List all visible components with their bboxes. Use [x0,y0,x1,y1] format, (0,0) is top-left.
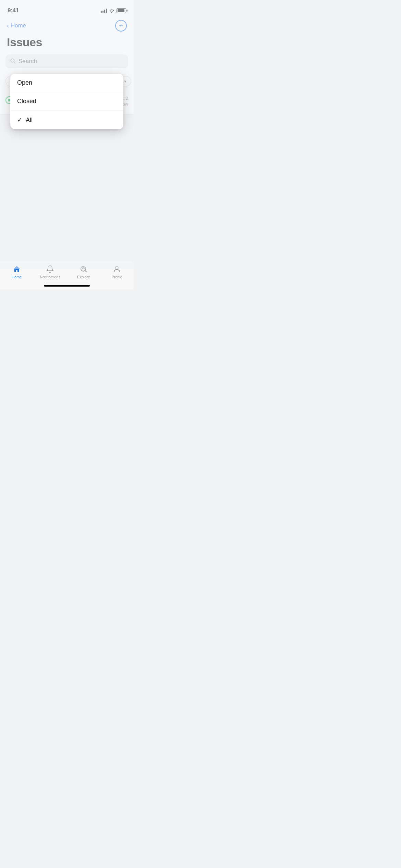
checkmark-icon: ✓ [17,116,22,124]
dropdown-item-open[interactable]: Open [10,74,123,92]
dropdown-menu: Open Closed ✓ All [10,74,123,129]
explore-tab-label: Explore [77,275,90,279]
dropdown-item-closed[interactable]: Closed [10,92,123,111]
notifications-tab-label: Notifications [40,275,60,279]
dropdown-item-all[interactable]: ✓ All [10,111,123,129]
all-option-label: All [26,117,33,124]
open-option-label: Open [17,79,32,86]
home-indicator [44,285,90,287]
home-tab-label: Home [12,275,22,279]
closed-option-label: Closed [17,98,36,105]
dropdown-overlay[interactable] [0,0,134,269]
profile-tab-label: Profile [112,275,122,279]
